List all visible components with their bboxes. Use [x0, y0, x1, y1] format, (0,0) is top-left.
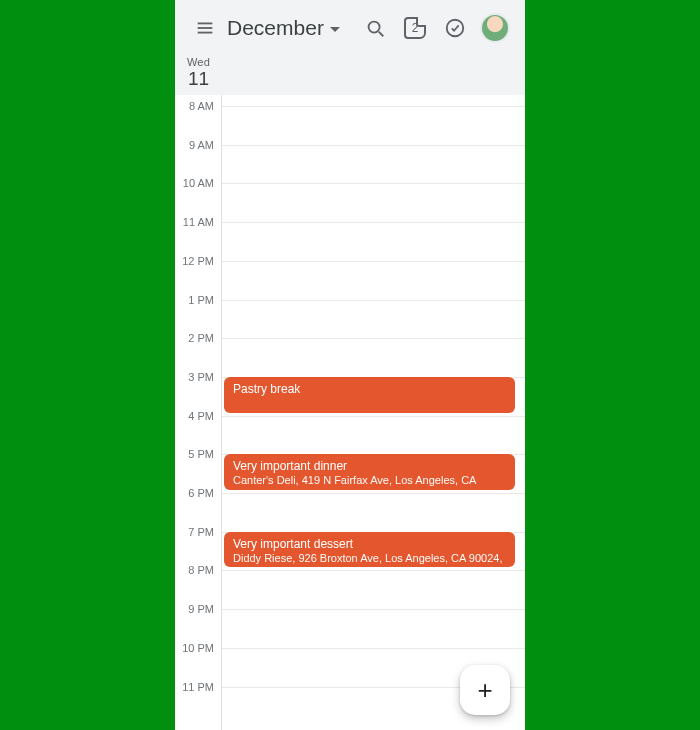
account-button[interactable]	[475, 8, 515, 48]
svg-point-5	[447, 20, 464, 37]
current-day-label[interactable]: Wed 11	[175, 56, 222, 88]
month-dropdown[interactable]: December	[225, 12, 342, 44]
hour-line	[222, 609, 525, 610]
hour-label: 8 AM	[187, 100, 216, 112]
calendar-day-view: December 2	[175, 0, 525, 730]
calendar-event[interactable]: Very important dessertDiddy Riese, 926 B…	[224, 532, 515, 568]
hour-label: 6 PM	[186, 487, 216, 499]
hour-line	[222, 300, 525, 301]
avatar	[480, 13, 510, 43]
svg-line-4	[379, 32, 384, 37]
hour-line	[222, 106, 525, 107]
calendar-page-icon: 2	[404, 17, 426, 39]
hamburger-icon	[194, 17, 216, 39]
event-title: Very important dessert	[233, 537, 506, 552]
today-number: 2	[412, 21, 419, 35]
month-label: December	[227, 16, 324, 40]
hour-line	[222, 493, 525, 494]
calendar-event[interactable]: Very important dinnerCanter's Deli, 419 …	[224, 454, 515, 490]
hour-line	[222, 570, 525, 571]
hour-label: 2 PM	[186, 332, 216, 344]
hour-label: 7 PM	[186, 526, 216, 538]
hour-line	[222, 145, 525, 146]
event-area[interactable]: Pastry breakVery important dinnerCanter'…	[222, 95, 525, 730]
hour-label: 11 PM	[180, 681, 216, 693]
svg-point-3	[369, 22, 380, 33]
search-icon	[364, 17, 386, 39]
chevron-down-icon	[330, 27, 340, 32]
hour-label: 10 AM	[181, 177, 216, 189]
hour-label: 12 PM	[180, 255, 216, 267]
hour-line	[222, 416, 525, 417]
hour-label: 9 AM	[187, 139, 216, 151]
hour-label: 5 PM	[186, 448, 216, 460]
plus-icon: +	[477, 677, 492, 703]
menu-button[interactable]	[185, 8, 225, 48]
hour-line	[222, 261, 525, 262]
header: December 2	[175, 0, 525, 95]
hour-label: 8 PM	[186, 564, 216, 576]
event-title: Pastry break	[233, 382, 506, 397]
hour-label: 1 PM	[186, 294, 216, 306]
day-of-week: Wed	[175, 56, 222, 68]
check-circle-icon	[444, 17, 466, 39]
event-location: Diddy Riese, 926 Broxton Ave, Los Angele…	[233, 552, 506, 568]
time-gutter: 8 AM9 AM10 AM11 AM12 PM1 PM2 PM3 PM4 PM5…	[175, 95, 222, 730]
hour-label: 3 PM	[186, 371, 216, 383]
event-location: Canter's Deli, 419 N Fairfax Ave, Los An…	[233, 474, 506, 490]
hour-label: 4 PM	[186, 410, 216, 422]
hour-label: 10 PM	[180, 642, 216, 654]
create-event-fab[interactable]: +	[460, 665, 510, 715]
hour-line	[222, 648, 525, 649]
hour-line	[222, 338, 525, 339]
day-of-month: 11	[175, 69, 222, 88]
app-bar: December 2	[175, 0, 525, 56]
search-button[interactable]	[355, 8, 395, 48]
tasks-button[interactable]	[435, 8, 475, 48]
hour-label: 9 PM	[186, 603, 216, 615]
today-button[interactable]: 2	[395, 8, 435, 48]
hour-label: 11 AM	[181, 216, 216, 228]
calendar-event[interactable]: Pastry break	[224, 377, 515, 413]
event-title: Very important dinner	[233, 459, 506, 474]
hour-line	[222, 183, 525, 184]
day-grid[interactable]: 8 AM9 AM10 AM11 AM12 PM1 PM2 PM3 PM4 PM5…	[175, 95, 525, 730]
hour-line	[222, 222, 525, 223]
